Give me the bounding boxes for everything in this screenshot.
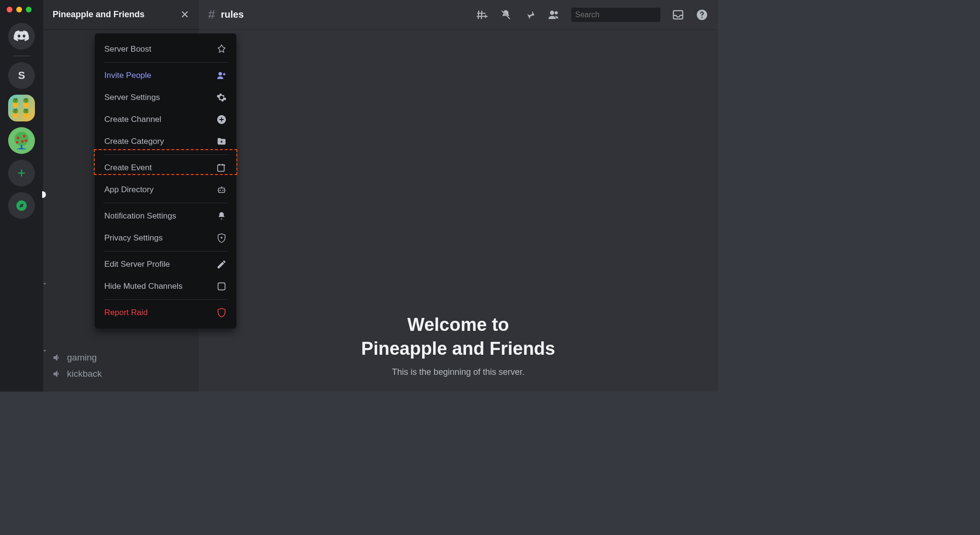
explore-button[interactable]: [8, 192, 35, 219]
folder-plus-icon: [216, 136, 227, 147]
menu-report-raid[interactable]: Report Raid: [100, 302, 231, 324]
channel-title: # rules: [208, 7, 244, 22]
server-name: Pineapple and Friends: [53, 10, 145, 20]
search-input[interactable]: [575, 11, 671, 19]
menu-label: Create Channel: [104, 115, 161, 124]
svg-rect-13: [218, 283, 225, 290]
menu-label: Report Raid: [104, 308, 148, 317]
discord-logo-icon: [13, 30, 30, 43]
help-icon[interactable]: [696, 9, 708, 21]
welcome-title: Welcome to Pineapple and Friends: [361, 313, 555, 360]
menu-create-channel[interactable]: Create Channel: [100, 109, 231, 131]
window-maximize-button[interactable]: [26, 7, 32, 12]
speaker-icon: [52, 369, 62, 379]
menu-app-directory[interactable]: App Directory: [100, 179, 231, 201]
menu-label: App Directory: [104, 185, 154, 195]
compass-icon: [15, 199, 28, 212]
menu-label: Edit Server Profile: [104, 260, 170, 269]
inbox-icon[interactable]: [672, 9, 684, 21]
svg-point-1: [17, 137, 19, 140]
svg-rect-9: [219, 188, 225, 192]
svg-point-3: [21, 140, 24, 143]
menu-hide-muted[interactable]: Hide Muted Channels: [100, 275, 231, 297]
channel-header: # rules: [199, 0, 718, 30]
shield-icon: [216, 233, 227, 243]
menu-invite-people[interactable]: Invite People: [100, 65, 231, 87]
menu-label: Privacy Settings: [104, 233, 163, 243]
pencil-icon: [216, 259, 227, 270]
gear-icon: [216, 92, 227, 103]
shield-alert-icon: [216, 307, 227, 318]
welcome-subtitle: This is the beginning of this server.: [392, 367, 524, 377]
server-dropdown-menu: Server Boost Invite People Server Settin…: [95, 33, 236, 328]
guild-separator: [13, 55, 30, 56]
svg-point-18: [702, 17, 703, 18]
channel-label: gaming: [67, 352, 97, 363]
menu-create-event[interactable]: Create Event: [100, 157, 231, 179]
guild-s[interactable]: S: [8, 62, 35, 89]
svg-point-2: [23, 135, 26, 138]
guild-bar: S +: [0, 0, 43, 392]
menu-label: Server Settings: [104, 93, 160, 102]
menu-label: Create Category: [104, 137, 164, 146]
voice-channel-kickback[interactable]: kickback: [48, 366, 194, 382]
calendar-plus-icon: [216, 163, 227, 173]
voice-channel-gaming[interactable]: gaming: [48, 349, 194, 366]
menu-label: Notification Settings: [104, 211, 176, 221]
guild-pineapple[interactable]: [8, 95, 35, 121]
header-actions: [476, 8, 708, 22]
channel-name: rules: [221, 9, 244, 20]
svg-point-10: [220, 190, 221, 191]
menu-label: Hide Muted Channels: [104, 282, 182, 291]
search-box[interactable]: [571, 8, 660, 22]
svg-point-6: [219, 72, 222, 76]
add-server-button[interactable]: +: [8, 160, 35, 186]
notifications-muted-icon[interactable]: [500, 9, 512, 21]
channel-sidebar: Pineapple and Friends ✕ Server Boost Inv…: [43, 0, 199, 392]
menu-label: Invite People: [104, 71, 151, 80]
welcome-line2: Pineapple and Friends: [361, 337, 555, 360]
members-icon[interactable]: [547, 9, 560, 21]
svg-point-11: [223, 190, 223, 191]
bell-icon: [216, 211, 227, 221]
main-content: # rules Welcome to Pineapple and Friends: [199, 0, 718, 392]
menu-create-category[interactable]: Create Category: [100, 131, 231, 153]
home-button[interactable]: [8, 23, 35, 50]
svg-point-14: [550, 11, 554, 15]
window-controls: [7, 7, 32, 12]
tree-icon: [11, 130, 32, 151]
svg-point-15: [555, 11, 558, 14]
menu-label: Create Event: [104, 163, 152, 173]
channel-label: kickback: [67, 369, 102, 379]
threads-icon[interactable]: [476, 9, 488, 21]
svg-point-12: [221, 237, 223, 239]
welcome-line1: Welcome to: [361, 313, 555, 337]
category-collapse-icon[interactable]: ⌄: [42, 279, 47, 286]
menu-label: Server Boost: [104, 44, 151, 54]
server-header[interactable]: Pineapple and Friends ✕: [43, 0, 199, 30]
close-icon[interactable]: ✕: [180, 9, 189, 21]
boost-icon: [216, 44, 227, 55]
category-collapse-icon[interactable]: ⌄: [42, 346, 47, 353]
menu-notification-settings[interactable]: Notification Settings: [100, 205, 231, 227]
invite-icon: [216, 70, 227, 81]
checkbox-icon: [216, 281, 227, 292]
menu-server-settings[interactable]: Server Settings: [100, 87, 231, 109]
message-area: Welcome to Pineapple and Friends This is…: [199, 30, 718, 392]
hash-icon: #: [208, 7, 215, 22]
pin-icon[interactable]: [523, 9, 536, 21]
svg-point-0: [14, 132, 28, 146]
guild-tree[interactable]: [8, 127, 35, 154]
window-minimize-button[interactable]: [16, 7, 22, 12]
svg-rect-8: [218, 165, 224, 172]
speaker-icon: [52, 352, 62, 363]
menu-server-boost[interactable]: Server Boost: [100, 38, 231, 60]
plus-circle-icon: [216, 114, 227, 125]
svg-point-4: [16, 141, 19, 144]
svg-point-5: [24, 139, 27, 142]
robot-icon: [216, 185, 227, 195]
menu-edit-server-profile[interactable]: Edit Server Profile: [100, 253, 231, 275]
menu-privacy-settings[interactable]: Privacy Settings: [100, 227, 231, 249]
window-close-button[interactable]: [7, 7, 12, 12]
